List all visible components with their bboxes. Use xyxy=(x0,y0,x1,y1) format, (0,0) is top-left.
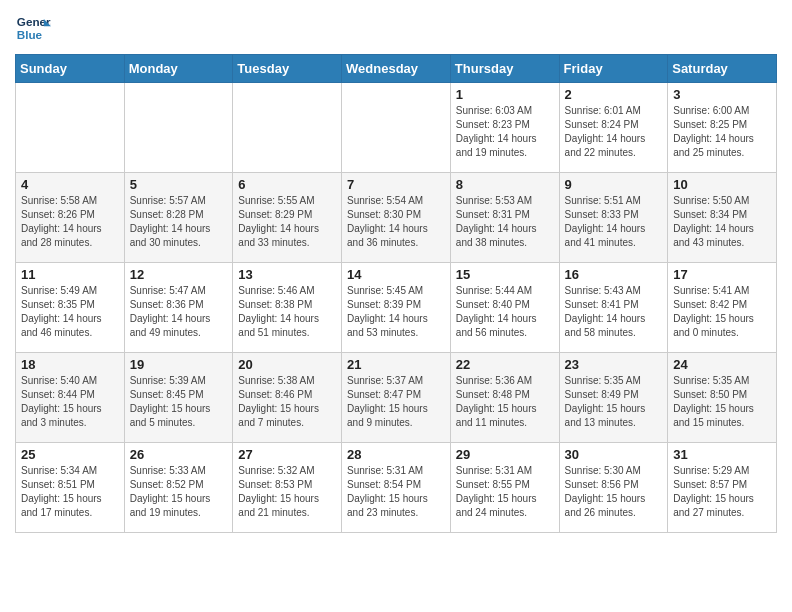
weekday-wednesday: Wednesday xyxy=(342,55,451,83)
calendar-cell: 8Sunrise: 5:53 AM Sunset: 8:31 PM Daylig… xyxy=(450,173,559,263)
calendar-cell: 26Sunrise: 5:33 AM Sunset: 8:52 PM Dayli… xyxy=(124,443,233,533)
calendar-cell: 23Sunrise: 5:35 AM Sunset: 8:49 PM Dayli… xyxy=(559,353,668,443)
calendar-table: SundayMondayTuesdayWednesdayThursdayFrid… xyxy=(15,54,777,533)
day-number: 11 xyxy=(21,267,119,282)
day-number: 26 xyxy=(130,447,228,462)
day-info: Sunrise: 5:38 AM Sunset: 8:46 PM Dayligh… xyxy=(238,374,336,430)
calendar-cell: 13Sunrise: 5:46 AM Sunset: 8:38 PM Dayli… xyxy=(233,263,342,353)
day-info: Sunrise: 5:57 AM Sunset: 8:28 PM Dayligh… xyxy=(130,194,228,250)
day-info: Sunrise: 5:32 AM Sunset: 8:53 PM Dayligh… xyxy=(238,464,336,520)
day-number: 23 xyxy=(565,357,663,372)
calendar-body: 1Sunrise: 6:03 AM Sunset: 8:23 PM Daylig… xyxy=(16,83,777,533)
calendar-cell: 9Sunrise: 5:51 AM Sunset: 8:33 PM Daylig… xyxy=(559,173,668,263)
calendar-cell: 5Sunrise: 5:57 AM Sunset: 8:28 PM Daylig… xyxy=(124,173,233,263)
calendar-cell: 30Sunrise: 5:30 AM Sunset: 8:56 PM Dayli… xyxy=(559,443,668,533)
day-info: Sunrise: 6:03 AM Sunset: 8:23 PM Dayligh… xyxy=(456,104,554,160)
logo: General Blue xyxy=(15,10,51,46)
calendar-cell xyxy=(16,83,125,173)
day-number: 19 xyxy=(130,357,228,372)
day-info: Sunrise: 5:36 AM Sunset: 8:48 PM Dayligh… xyxy=(456,374,554,430)
calendar-cell: 27Sunrise: 5:32 AM Sunset: 8:53 PM Dayli… xyxy=(233,443,342,533)
page-header: General Blue xyxy=(15,10,777,46)
day-number: 16 xyxy=(565,267,663,282)
day-info: Sunrise: 5:54 AM Sunset: 8:30 PM Dayligh… xyxy=(347,194,445,250)
calendar-cell: 25Sunrise: 5:34 AM Sunset: 8:51 PM Dayli… xyxy=(16,443,125,533)
day-info: Sunrise: 5:35 AM Sunset: 8:49 PM Dayligh… xyxy=(565,374,663,430)
day-info: Sunrise: 5:40 AM Sunset: 8:44 PM Dayligh… xyxy=(21,374,119,430)
calendar-week-1: 1Sunrise: 6:03 AM Sunset: 8:23 PM Daylig… xyxy=(16,83,777,173)
day-info: Sunrise: 5:44 AM Sunset: 8:40 PM Dayligh… xyxy=(456,284,554,340)
calendar-cell: 16Sunrise: 5:43 AM Sunset: 8:41 PM Dayli… xyxy=(559,263,668,353)
calendar-cell: 19Sunrise: 5:39 AM Sunset: 8:45 PM Dayli… xyxy=(124,353,233,443)
day-info: Sunrise: 5:49 AM Sunset: 8:35 PM Dayligh… xyxy=(21,284,119,340)
calendar-cell: 6Sunrise: 5:55 AM Sunset: 8:29 PM Daylig… xyxy=(233,173,342,263)
day-number: 24 xyxy=(673,357,771,372)
calendar-cell: 2Sunrise: 6:01 AM Sunset: 8:24 PM Daylig… xyxy=(559,83,668,173)
day-info: Sunrise: 5:31 AM Sunset: 8:55 PM Dayligh… xyxy=(456,464,554,520)
day-info: Sunrise: 5:58 AM Sunset: 8:26 PM Dayligh… xyxy=(21,194,119,250)
day-info: Sunrise: 5:30 AM Sunset: 8:56 PM Dayligh… xyxy=(565,464,663,520)
calendar-cell: 20Sunrise: 5:38 AM Sunset: 8:46 PM Dayli… xyxy=(233,353,342,443)
day-info: Sunrise: 5:33 AM Sunset: 8:52 PM Dayligh… xyxy=(130,464,228,520)
day-info: Sunrise: 5:46 AM Sunset: 8:38 PM Dayligh… xyxy=(238,284,336,340)
calendar-cell: 1Sunrise: 6:03 AM Sunset: 8:23 PM Daylig… xyxy=(450,83,559,173)
calendar-week-4: 18Sunrise: 5:40 AM Sunset: 8:44 PM Dayli… xyxy=(16,353,777,443)
day-number: 1 xyxy=(456,87,554,102)
day-number: 13 xyxy=(238,267,336,282)
day-number: 2 xyxy=(565,87,663,102)
calendar-week-2: 4Sunrise: 5:58 AM Sunset: 8:26 PM Daylig… xyxy=(16,173,777,263)
weekday-monday: Monday xyxy=(124,55,233,83)
day-number: 28 xyxy=(347,447,445,462)
calendar-cell xyxy=(342,83,451,173)
day-number: 20 xyxy=(238,357,336,372)
calendar-cell: 10Sunrise: 5:50 AM Sunset: 8:34 PM Dayli… xyxy=(668,173,777,263)
day-info: Sunrise: 5:45 AM Sunset: 8:39 PM Dayligh… xyxy=(347,284,445,340)
day-info: Sunrise: 5:35 AM Sunset: 8:50 PM Dayligh… xyxy=(673,374,771,430)
day-number: 14 xyxy=(347,267,445,282)
day-number: 10 xyxy=(673,177,771,192)
calendar-cell: 3Sunrise: 6:00 AM Sunset: 8:25 PM Daylig… xyxy=(668,83,777,173)
svg-text:Blue: Blue xyxy=(17,28,43,41)
calendar-cell: 22Sunrise: 5:36 AM Sunset: 8:48 PM Dayli… xyxy=(450,353,559,443)
calendar-cell: 28Sunrise: 5:31 AM Sunset: 8:54 PM Dayli… xyxy=(342,443,451,533)
calendar-cell: 17Sunrise: 5:41 AM Sunset: 8:42 PM Dayli… xyxy=(668,263,777,353)
logo-icon: General Blue xyxy=(15,10,51,46)
day-number: 5 xyxy=(130,177,228,192)
weekday-thursday: Thursday xyxy=(450,55,559,83)
day-info: Sunrise: 5:47 AM Sunset: 8:36 PM Dayligh… xyxy=(130,284,228,340)
weekday-saturday: Saturday xyxy=(668,55,777,83)
weekday-tuesday: Tuesday xyxy=(233,55,342,83)
weekday-sunday: Sunday xyxy=(16,55,125,83)
day-number: 31 xyxy=(673,447,771,462)
calendar-cell: 12Sunrise: 5:47 AM Sunset: 8:36 PM Dayli… xyxy=(124,263,233,353)
calendar-cell: 31Sunrise: 5:29 AM Sunset: 8:57 PM Dayli… xyxy=(668,443,777,533)
day-number: 4 xyxy=(21,177,119,192)
day-info: Sunrise: 5:39 AM Sunset: 8:45 PM Dayligh… xyxy=(130,374,228,430)
day-info: Sunrise: 5:51 AM Sunset: 8:33 PM Dayligh… xyxy=(565,194,663,250)
day-info: Sunrise: 5:29 AM Sunset: 8:57 PM Dayligh… xyxy=(673,464,771,520)
calendar-cell: 14Sunrise: 5:45 AM Sunset: 8:39 PM Dayli… xyxy=(342,263,451,353)
day-number: 3 xyxy=(673,87,771,102)
day-info: Sunrise: 5:55 AM Sunset: 8:29 PM Dayligh… xyxy=(238,194,336,250)
day-info: Sunrise: 5:37 AM Sunset: 8:47 PM Dayligh… xyxy=(347,374,445,430)
day-number: 15 xyxy=(456,267,554,282)
day-number: 7 xyxy=(347,177,445,192)
calendar-cell: 7Sunrise: 5:54 AM Sunset: 8:30 PM Daylig… xyxy=(342,173,451,263)
day-number: 25 xyxy=(21,447,119,462)
calendar-cell: 11Sunrise: 5:49 AM Sunset: 8:35 PM Dayli… xyxy=(16,263,125,353)
day-info: Sunrise: 5:43 AM Sunset: 8:41 PM Dayligh… xyxy=(565,284,663,340)
calendar-header-row: SundayMondayTuesdayWednesdayThursdayFrid… xyxy=(16,55,777,83)
calendar-cell xyxy=(233,83,342,173)
calendar-cell: 15Sunrise: 5:44 AM Sunset: 8:40 PM Dayli… xyxy=(450,263,559,353)
day-info: Sunrise: 5:41 AM Sunset: 8:42 PM Dayligh… xyxy=(673,284,771,340)
calendar-cell: 18Sunrise: 5:40 AM Sunset: 8:44 PM Dayli… xyxy=(16,353,125,443)
day-number: 6 xyxy=(238,177,336,192)
calendar-week-5: 25Sunrise: 5:34 AM Sunset: 8:51 PM Dayli… xyxy=(16,443,777,533)
day-info: Sunrise: 5:31 AM Sunset: 8:54 PM Dayligh… xyxy=(347,464,445,520)
weekday-friday: Friday xyxy=(559,55,668,83)
calendar-week-3: 11Sunrise: 5:49 AM Sunset: 8:35 PM Dayli… xyxy=(16,263,777,353)
calendar-cell: 4Sunrise: 5:58 AM Sunset: 8:26 PM Daylig… xyxy=(16,173,125,263)
day-info: Sunrise: 5:53 AM Sunset: 8:31 PM Dayligh… xyxy=(456,194,554,250)
day-number: 27 xyxy=(238,447,336,462)
day-number: 8 xyxy=(456,177,554,192)
